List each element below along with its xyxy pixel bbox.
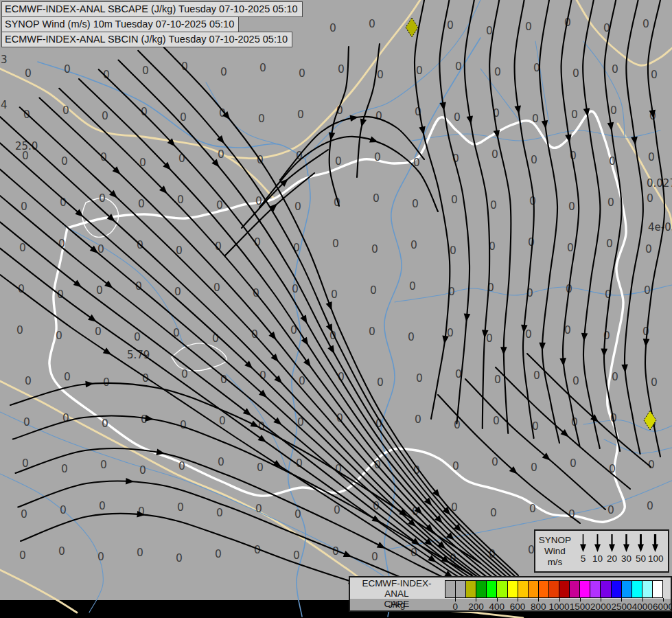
- cin-zero-label: 0: [99, 500, 106, 512]
- cin-zero-label: 0: [220, 66, 227, 78]
- cape-legend-unit: J/kg: [351, 599, 442, 610]
- cin-zero-label: 0: [371, 243, 378, 255]
- cin-zero-label: 0: [486, 25, 493, 37]
- cin-zero-label: 0: [416, 65, 423, 77]
- cape-colorbar-cell: [611, 580, 622, 598]
- wind-arrow-down-icon: [578, 533, 588, 553]
- contour-label: 0.027: [647, 177, 672, 190]
- cin-zero-label: 0: [572, 375, 579, 387]
- cin-zero-label: 0: [377, 376, 384, 389]
- cin-zero-label: 0: [16, 324, 23, 336]
- cin-zero-label: 0: [410, 239, 417, 251]
- cin-zero-label: 0: [102, 417, 108, 430]
- cin-zero-label: 0: [61, 463, 68, 475]
- cin-zero-label: 0: [257, 461, 264, 474]
- cin-zero-label: 0: [644, 284, 651, 297]
- cin-zero-label: 0: [455, 60, 462, 73]
- cin-zero-label: 0: [610, 104, 617, 117]
- cin-zero-label: 0: [331, 288, 338, 301]
- cape-colorbar-cell: [621, 580, 632, 598]
- cape-colorbar-cell: [486, 580, 497, 598]
- cin-zero-label: 0: [23, 416, 30, 428]
- wind-speed-label: 20: [605, 553, 619, 564]
- cin-zero-label: 0: [606, 238, 613, 250]
- cin-zero-label: 0: [412, 198, 419, 210]
- cin-zero-label: 0: [525, 328, 532, 341]
- cape-tick-label: 6000: [648, 602, 672, 612]
- cin-zero-label: 0: [416, 372, 423, 385]
- cape-colorbar-cell: [496, 580, 507, 598]
- cin-zero-label: 0: [528, 236, 535, 249]
- cin-zero-label: 0: [450, 244, 456, 257]
- cape-colorbar-cell: [455, 580, 466, 598]
- contour-label: 3: [1, 54, 8, 66]
- cin-zero-label: 0: [100, 459, 107, 471]
- cin-zero-label: 0: [607, 196, 614, 209]
- cin-zero-label: 0: [218, 148, 224, 161]
- synop-speed-column: 100: [648, 533, 662, 571]
- wind-arrow-down-icon: [650, 533, 660, 553]
- cin-zero-label: 0: [612, 63, 618, 76]
- cin-zero-label: 0: [19, 549, 26, 562]
- cape-colorbar-cell: [559, 580, 570, 598]
- cin-zero-label: 0: [176, 552, 183, 564]
- cin-zero-label: 0: [607, 504, 614, 516]
- cin-zero-label: 0: [64, 63, 71, 76]
- cin-zero-label: 0: [415, 413, 421, 426]
- map-canvas: 0000000000000000000000000000000000000000…: [0, 0, 672, 618]
- cin-zero-label: 0: [447, 19, 454, 32]
- cin-zero-label: 0: [612, 371, 618, 383]
- cin-zero-label: 0: [491, 456, 498, 468]
- cape-colorbar: [445, 580, 663, 598]
- cape-colorbar-cell: [507, 580, 518, 598]
- wind-speed-label: 50: [634, 553, 648, 564]
- cin-zero-label: 0: [491, 148, 498, 161]
- cin-zero-label: 0: [486, 332, 493, 345]
- cin-zero-label: 0: [332, 238, 339, 250]
- cape-colorbar-cell: [548, 580, 559, 598]
- cin-zero-label: 0: [60, 504, 67, 516]
- wind-arrow-down-icon: [607, 533, 617, 553]
- cin-zero-label: 0: [258, 113, 265, 125]
- cin-zero-label: 0: [58, 545, 65, 558]
- cin-zero-label: 0: [174, 286, 181, 298]
- contour-label: 4e-05: [648, 221, 672, 233]
- title-bar-sbcin: ECMWF-INDEX-ANAL SBCIN (J/kg) Tuesday 07…: [1, 32, 292, 47]
- cin-zero-label: 0: [377, 69, 384, 81]
- cin-zero-label: 0: [218, 456, 224, 468]
- cin-zero-label: 0: [25, 375, 32, 387]
- cin-zero-label: 0: [137, 547, 143, 559]
- wind-speed-label: 100: [648, 553, 662, 564]
- cin-zero-label: 0: [138, 198, 145, 210]
- wind-speed-label: 10: [590, 553, 605, 564]
- cin-zero-label: 0: [572, 67, 579, 80]
- cin-zero-label: 0: [371, 551, 378, 563]
- cin-zero-label: 0: [642, 325, 649, 338]
- cin-zero-label: 0: [570, 457, 577, 470]
- cin-zero-label: 0: [216, 199, 223, 211]
- cin-zero-label: 0: [648, 151, 655, 163]
- title-bar-synop-wind: SYNOP Wind (m/s) 10m Tuesday 07-10-2025 …: [1, 16, 239, 32]
- cin-zero-label: 0: [96, 284, 103, 297]
- wind-speed-label: 5: [576, 553, 590, 564]
- cin-zero-label: 0: [139, 464, 146, 477]
- wind-arrow-down-icon: [636, 533, 646, 553]
- cin-zero-label: 0: [334, 504, 340, 516]
- cin-zero-label: 0: [329, 330, 336, 342]
- cin-zero-label: 0: [609, 155, 616, 168]
- cin-zero-label: 0: [494, 66, 501, 78]
- cin-zero-label: 0: [56, 330, 62, 342]
- cin-zero-label: 0: [134, 331, 141, 343]
- cin-zero-label: 0: [375, 110, 382, 122]
- cape-colorbar-cell: [632, 580, 642, 598]
- synop-legend-title-line2: Wind: [535, 546, 575, 557]
- cin-zero-label: 0: [369, 325, 375, 338]
- cin-zero-label: 0: [369, 18, 375, 30]
- cin-zero-label: 0: [181, 368, 188, 380]
- cin-zero-label: 0: [177, 501, 184, 514]
- contour-label: 4: [1, 99, 8, 111]
- cape-colorbar-cell: [600, 580, 611, 598]
- cin-zero-label: 0: [19, 242, 26, 254]
- cin-zero-label: 0: [568, 201, 575, 213]
- cin-zero-label: 0: [454, 111, 461, 124]
